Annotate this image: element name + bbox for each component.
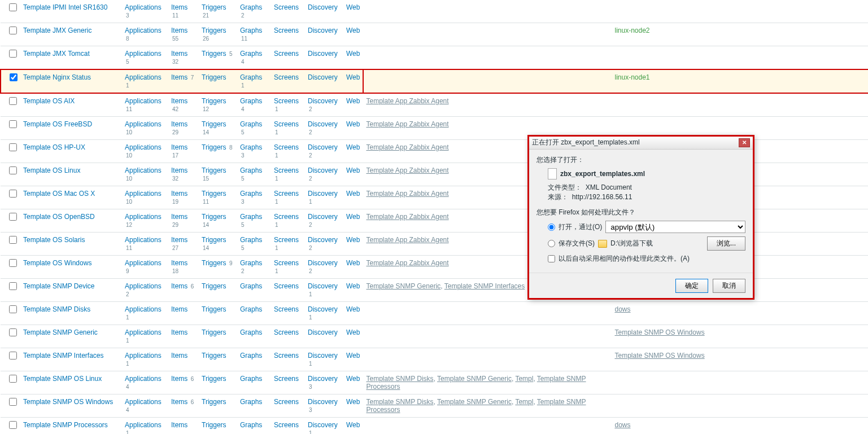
items-link[interactable]: Items [171, 3, 187, 11]
linked-template-link[interactable]: dows [614, 305, 630, 313]
discovery-link[interactable]: Discovery [308, 3, 338, 11]
graphs-link[interactable]: Graphs [240, 190, 262, 198]
discovery-link[interactable]: Discovery [308, 282, 338, 290]
discovery-link[interactable]: Discovery [308, 166, 338, 174]
triggers-link[interactable]: Triggers [202, 398, 226, 406]
web-link[interactable]: Web [346, 352, 360, 360]
web-link[interactable]: Web [346, 421, 360, 429]
discovery-link[interactable]: Discovery [308, 375, 338, 383]
row-checkbox[interactable] [9, 352, 17, 360]
applications-link[interactable]: Applications [125, 236, 162, 244]
applications-link[interactable]: Applications [125, 190, 162, 198]
linked-template-link[interactable]: Template App Zabbix Agent [366, 190, 448, 198]
linked-template-link[interactable]: Template SNMP Interfaces [444, 282, 525, 290]
screens-link[interactable]: Screens [274, 3, 299, 11]
row-checkbox[interactable] [9, 282, 17, 290]
open-with-radio[interactable] [548, 223, 555, 231]
template-name-link[interactable]: Template OS FreeBSD [23, 120, 92, 128]
linked-template-link[interactable]: Template SNMP Generic [366, 282, 440, 290]
triggers-link[interactable]: Triggers [202, 97, 226, 105]
applications-link[interactable]: Applications [125, 27, 162, 34]
applications-link[interactable]: Applications [125, 3, 162, 11]
triggers-link[interactable]: Triggers [202, 375, 226, 383]
linked-template-link[interactable]: Template App Zabbix Agent [366, 236, 448, 244]
items-link[interactable]: Items [171, 190, 187, 198]
triggers-link[interactable]: Triggers [202, 50, 226, 58]
row-checkbox[interactable] [9, 166, 17, 174]
web-link[interactable]: Web [346, 305, 360, 313]
web-link[interactable]: Web [346, 375, 360, 383]
graphs-link[interactable]: Graphs [240, 305, 262, 313]
graphs-link[interactable]: Graphs [240, 166, 262, 174]
triggers-link[interactable]: Triggers [202, 73, 226, 81]
items-link[interactable]: Items [171, 143, 187, 151]
row-checkbox[interactable] [9, 328, 17, 336]
web-link[interactable]: Web [346, 328, 360, 336]
triggers-link[interactable]: Triggers [202, 282, 226, 290]
row-checkbox[interactable] [9, 421, 17, 429]
template-name-link[interactable]: Template OS Linux [23, 166, 80, 174]
items-link[interactable]: Items [171, 375, 187, 383]
template-name-link[interactable]: Template SNMP Disks [23, 305, 90, 313]
discovery-link[interactable]: Discovery [308, 259, 338, 267]
linked-template-link[interactable]: Template App Zabbix Agent [366, 166, 448, 174]
items-link[interactable]: Items [171, 328, 187, 336]
linked-template-link[interactable]: Template App Zabbix Agent [366, 120, 448, 128]
screens-link[interactable]: Screens [274, 398, 299, 406]
remember-checkbox[interactable] [548, 255, 555, 262]
applications-link[interactable]: Applications [125, 398, 162, 406]
triggers-link[interactable]: Triggers [202, 166, 226, 174]
triggers-link[interactable]: Triggers [202, 352, 226, 360]
graphs-link[interactable]: Graphs [240, 120, 262, 128]
graphs-link[interactable]: Graphs [240, 375, 262, 383]
host-link[interactable]: linux-node2 [614, 27, 649, 34]
screens-link[interactable]: Screens [274, 190, 299, 198]
web-link[interactable]: Web [346, 73, 360, 81]
discovery-link[interactable]: Discovery [308, 73, 338, 81]
applications-link[interactable]: Applications [125, 259, 162, 267]
row-checkbox[interactable] [10, 73, 18, 81]
ok-button[interactable]: 确定 [675, 279, 708, 293]
template-name-link[interactable]: Template OS AIX [23, 97, 75, 105]
web-link[interactable]: Web [346, 120, 360, 128]
save-file-radio[interactable] [548, 240, 555, 247]
applications-link[interactable]: Applications [125, 73, 162, 81]
linked-template-link[interactable]: dows [614, 421, 630, 429]
linked-template-link[interactable]: Templ [515, 375, 533, 383]
discovery-link[interactable]: Discovery [308, 120, 338, 128]
template-name-link[interactable]: Template JMX Tomcat [23, 50, 90, 58]
template-name-link[interactable]: Template SNMP OS Linux [23, 375, 102, 383]
discovery-link[interactable]: Discovery [308, 50, 338, 58]
linked-template-link[interactable]: Template SNMP OS Windows [614, 352, 704, 360]
row-checkbox[interactable] [9, 143, 17, 151]
row-checkbox[interactable] [9, 50, 17, 58]
web-link[interactable]: Web [346, 259, 360, 267]
items-link[interactable]: Items [171, 398, 187, 406]
applications-link[interactable]: Applications [125, 50, 162, 58]
row-checkbox[interactable] [9, 190, 17, 198]
linked-template-link[interactable]: Template App Zabbix Agent [366, 213, 448, 221]
template-name-link[interactable]: Template SNMP Device [23, 282, 95, 290]
items-link[interactable]: Items [171, 73, 187, 81]
graphs-link[interactable]: Graphs [240, 143, 262, 151]
items-link[interactable]: Items [171, 120, 187, 128]
template-name-link[interactable]: Template JMX Generic [23, 27, 91, 34]
items-link[interactable]: Items [171, 352, 187, 360]
web-link[interactable]: Web [346, 166, 360, 174]
screens-link[interactable]: Screens [274, 143, 299, 151]
screens-link[interactable]: Screens [274, 375, 299, 383]
discovery-link[interactable]: Discovery [308, 27, 338, 34]
row-checkbox[interactable] [9, 213, 17, 221]
web-link[interactable]: Web [346, 282, 360, 290]
applications-link[interactable]: Applications [125, 143, 162, 151]
row-checkbox[interactable] [9, 27, 17, 34]
discovery-link[interactable]: Discovery [308, 305, 338, 313]
items-link[interactable]: Items [171, 305, 187, 313]
items-link[interactable]: Items [171, 213, 187, 221]
triggers-link[interactable]: Triggers [202, 27, 226, 34]
discovery-link[interactable]: Discovery [308, 352, 338, 360]
template-name-link[interactable]: Template OS Mac OS X [23, 190, 95, 198]
close-icon[interactable]: ✕ [739, 138, 750, 147]
screens-link[interactable]: Screens [274, 97, 299, 105]
discovery-link[interactable]: Discovery [308, 236, 338, 244]
